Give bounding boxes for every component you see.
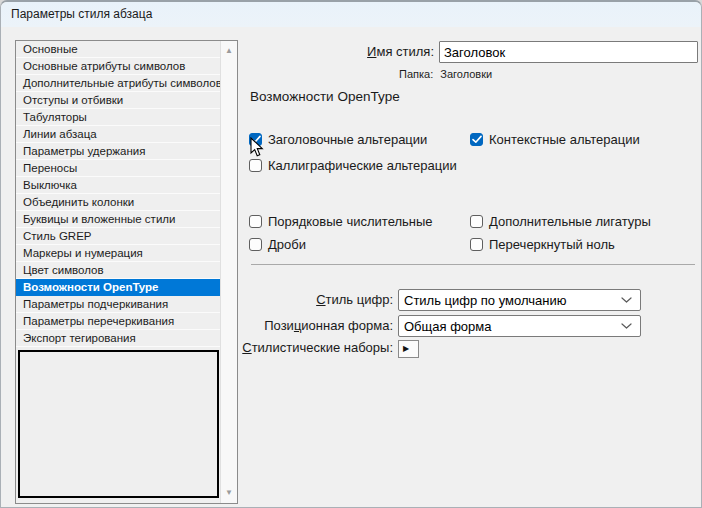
checkbox-discretionary-ligatures[interactable]: Дополнительные лигатуры [470, 214, 651, 229]
scroll-down-icon[interactable]: ▼ [221, 485, 237, 501]
checkbox-label: Перечеркнутый ноль [489, 237, 615, 252]
checkbox-label: Дополнительные лигатуры [489, 214, 651, 229]
checkbox-icon [470, 215, 483, 228]
style-name-label: Имя стиля: [251, 41, 434, 63]
figure-style-label: Стиль цифр: [241, 289, 393, 311]
sidebar-item-grep-style[interactable]: Стиль GREP [16, 228, 220, 245]
triangle-right-icon: ▶ [403, 344, 409, 353]
figure-style-label-mnemonic: С [316, 292, 325, 307]
checkbox-label: Порядковые числительные [268, 214, 433, 229]
sidebar-item-drop-caps-nested-styles[interactable]: Буквицы и вложенные стили [16, 211, 220, 228]
checkbox-label: Каллиграфические альтерации [268, 158, 457, 173]
figure-style-label-rest: тиль цифр: [326, 292, 393, 307]
sidebar-item-keep-options[interactable]: Параметры удержания [16, 143, 220, 160]
stylistic-sets-label: Стилистические наборы: [241, 338, 393, 358]
checkbox-fractions[interactable]: Дроби [249, 237, 306, 252]
sidebar-item-character-color[interactable]: Цвет символов [16, 262, 220, 279]
sidebar-item-bullets-numbering[interactable]: Маркеры и нумерация [16, 245, 220, 262]
checkbox-icon [249, 215, 262, 228]
sidebar-item-advanced-character-formats[interactable]: Дополнительные атрибуты символов [16, 75, 220, 92]
checkbox-label: Контекстные альтерации [489, 132, 640, 147]
section-divider [251, 264, 695, 265]
checkbox-icon [249, 238, 262, 251]
category-list-scrollbar[interactable]: ▲ ▼ [220, 41, 237, 503]
checkbox-icon [470, 133, 483, 146]
dialog-title: Параметры стиля абзаца [11, 2, 152, 27]
chevron-down-icon [621, 297, 640, 303]
sidebar-item-basic[interactable]: Основные [16, 41, 220, 58]
sidebar-item-basic-character-formats[interactable]: Основные атрибуты символов [16, 58, 220, 75]
sidebar-item-justification[interactable]: Выключка [16, 177, 220, 194]
folder-info: Папка: Заголовки [399, 68, 492, 80]
checkbox-icon [470, 238, 483, 251]
scroll-up-icon[interactable]: ▲ [221, 43, 237, 59]
checkbox-swash-alternates[interactable]: Каллиграфические альтерации [249, 158, 457, 173]
checkbox-titling-alternates[interactable]: Заголовочные альтерации [249, 132, 427, 147]
positional-form-select[interactable]: Общая форма [398, 315, 641, 337]
paragraph-style-options-dialog: Параметры стиля абзаца Основные Основные… [0, 0, 702, 508]
stylistic-sets-label-rest: тилистические наборы: [252, 340, 393, 355]
list-preview-box [18, 350, 219, 498]
sidebar-item-underline-options[interactable]: Параметры подчеркивания [16, 296, 220, 313]
checkbox-slashed-zero[interactable]: Перечеркнутый ноль [470, 237, 615, 252]
sidebar-item-export-tagging[interactable]: Экспорт тегирования [16, 330, 220, 347]
sidebar-item-strikethrough-options[interactable]: Параметры перечеркивания [16, 313, 220, 330]
positional-form-label: Позиционная форма: [241, 315, 393, 337]
checkbox-icon [249, 133, 262, 146]
positional-form-label-rest: ионная форма: [301, 318, 393, 333]
sidebar-item-span-columns[interactable]: Объединить колонки [16, 194, 220, 211]
sidebar-item-paragraph-rules[interactable]: Линии абзаца [16, 126, 220, 143]
title-bar: Параметры стиля абзаца [1, 2, 701, 27]
folder-value: Заголовки [440, 68, 492, 80]
stylistic-sets-label-mnemonic: С [242, 340, 251, 355]
section-heading: Возможности OpenType [250, 89, 400, 104]
positional-form-label-pre: Пози [264, 318, 294, 333]
style-name-label-rest: мя стиля: [376, 44, 434, 59]
sidebar-item-hyphenation[interactable]: Переносы [16, 160, 220, 177]
stylistic-sets-flyout-button[interactable]: ▶ [398, 340, 419, 358]
positional-form-value: Общая форма [399, 319, 621, 334]
checkbox-label: Дроби [268, 237, 306, 252]
figure-style-select[interactable]: Стиль цифр по умолчанию [398, 289, 641, 311]
checkbox-ordinals[interactable]: Порядковые числительные [249, 214, 433, 229]
sidebar-item-indents-and-spacing[interactable]: Отступы и отбивки [16, 92, 220, 109]
sidebar-item-tabs[interactable]: Табуляторы [16, 109, 220, 126]
chevron-down-icon [621, 323, 640, 329]
checkbox-icon [249, 159, 262, 172]
style-name-input[interactable] [439, 41, 698, 63]
sidebar-item-opentype-features[interactable]: Возможности OpenType [16, 279, 220, 296]
category-list: Основные Основные атрибуты символов Допо… [15, 40, 238, 504]
checkbox-label: Заголовочные альтерации [268, 132, 427, 147]
checkbox-contextual-alternates[interactable]: Контекстные альтерации [470, 132, 640, 147]
figure-style-value: Стиль цифр по умолчанию [399, 293, 621, 308]
folder-label: Папка: [399, 68, 433, 80]
